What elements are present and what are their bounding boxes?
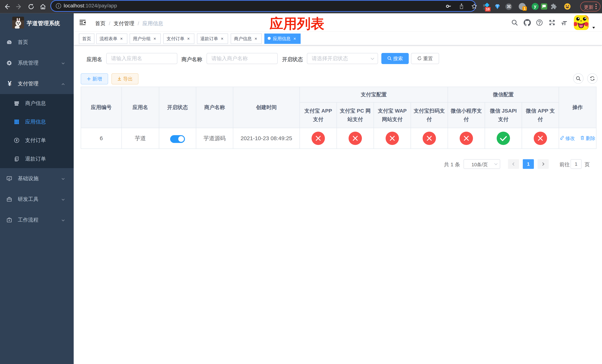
svg-text:¥: ¥ [16,139,18,142]
svg-text:¥: ¥ [8,80,11,87]
